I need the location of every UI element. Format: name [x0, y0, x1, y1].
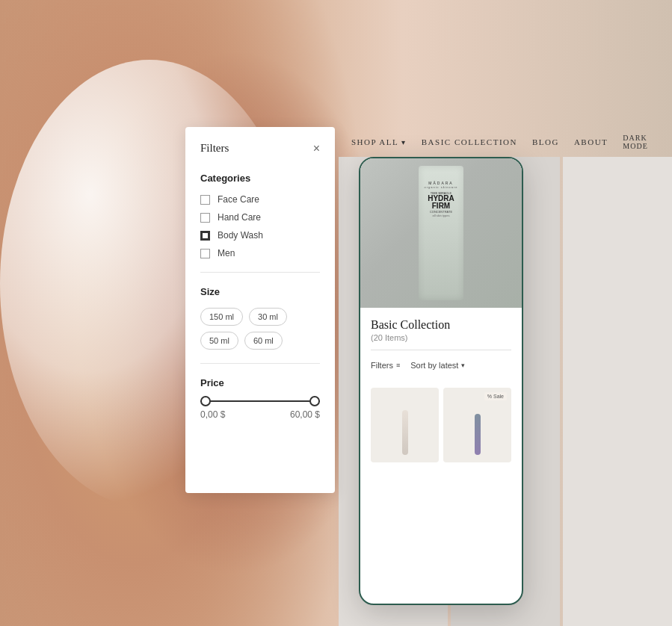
- body-wash-checkbox[interactable]: [200, 231, 210, 241]
- navbar: SHOP ALL BASIC COLLECTION BLOG ABOUT DAR…: [336, 127, 672, 157]
- filter-header: Filters ×: [200, 142, 320, 155]
- collection-count: (20 Items): [371, 333, 511, 342]
- filter-close-button[interactable]: ×: [313, 143, 320, 155]
- product-thumb-tube-1: [402, 410, 408, 455]
- phone-hero: MĀDARA organic skincare TIME MIRACLE HYD…: [360, 158, 522, 308]
- body-wash-label: Body Wash: [218, 230, 263, 241]
- subtitle-text: organic skincare: [420, 185, 462, 189]
- category-hand-care[interactable]: Hand Care: [200, 212, 320, 223]
- price-slider-thumb-right[interactable]: [309, 396, 320, 406]
- chevron-down-icon: ▾: [461, 362, 465, 369]
- category-men[interactable]: Men: [200, 248, 320, 258]
- filter-categories-section: Categories Face Care Hand Care Body Wash…: [200, 173, 320, 258]
- price-max-label: 60,00 $: [290, 409, 320, 420]
- hand-care-label: Hand Care: [218, 212, 261, 223]
- hand-care-checkbox[interactable]: [200, 213, 210, 223]
- nav-blog[interactable]: BLOG: [532, 137, 559, 146]
- category-face-care[interactable]: Face Care: [200, 194, 320, 205]
- phone-divider-1: [371, 350, 511, 350]
- filter-icon: ≡: [396, 362, 400, 369]
- phone-products-grid: [360, 382, 522, 468]
- nav-about[interactable]: ABOUT: [574, 137, 608, 146]
- nav-shop-all[interactable]: SHOP ALL: [351, 137, 407, 146]
- dark-mode-button[interactable]: DARK MODE: [623, 134, 657, 150]
- category-body-wash[interactable]: Body Wash: [200, 230, 320, 241]
- divider-2: [200, 363, 320, 364]
- phone-product-2[interactable]: [443, 388, 511, 462]
- filter-size-section: Size 150 ml 30 ml 50 ml 60 ml: [200, 286, 320, 350]
- price-labels: 0,00 $ 60,00 $: [200, 409, 320, 420]
- phone-filter-button[interactable]: Filters ≡: [371, 361, 400, 370]
- face-care-checkbox[interactable]: [200, 195, 210, 205]
- price-slider-track: [200, 400, 320, 402]
- collection-info: Basic Collection (20 Items) Filters ≡ So…: [360, 308, 522, 382]
- size-150ml[interactable]: 150 ml: [200, 308, 243, 326]
- price-slider-container: 0,00 $ 60,00 $: [200, 400, 320, 420]
- phone-product-1[interactable]: [371, 388, 439, 462]
- product-line3: FIRM: [420, 202, 462, 210]
- filter-panel-title: Filters: [200, 142, 229, 155]
- size-title: Size: [200, 286, 320, 297]
- price-min-label: 0,00 $: [200, 409, 225, 420]
- filter-price-section: Price 0,00 $ 60,00 $: [200, 377, 320, 420]
- size-60ml[interactable]: 60 ml: [244, 332, 283, 350]
- collection-title: Basic Collection: [371, 318, 511, 332]
- bg-card-3: [563, 157, 672, 626]
- price-slider-thumb-left[interactable]: [200, 396, 211, 406]
- filter-label: Filters: [371, 361, 393, 370]
- price-title: Price: [200, 377, 320, 388]
- filter-panel: Filters × Categories Face Care Hand Care…: [185, 127, 335, 493]
- bottle-label: MĀDARA organic skincare TIME MIRACLE HYD…: [420, 181, 462, 217]
- nav-basic-collection[interactable]: BASIC COLLECTION: [422, 137, 517, 146]
- face-care-label: Face Care: [218, 194, 259, 205]
- filter-row: Filters ≡ Sort by latest ▾: [371, 356, 511, 374]
- size-30ml[interactable]: 30 ml: [249, 308, 287, 326]
- price-slider-fill: [200, 400, 320, 402]
- divider-1: [200, 272, 320, 273]
- categories-title: Categories: [200, 173, 320, 184]
- sort-label: Sort by latest: [410, 361, 458, 370]
- men-checkbox[interactable]: [200, 249, 210, 258]
- phone-sort-button[interactable]: Sort by latest ▾: [410, 361, 465, 370]
- size-50ml[interactable]: 50 ml: [200, 332, 238, 350]
- product-thumb-tube-2: [475, 414, 481, 455]
- men-label: Men: [218, 248, 235, 258]
- phone-mockup: MĀDARA organic skincare TIME MIRACLE HYD…: [359, 157, 523, 605]
- size-options: 150 ml 30 ml 50 ml 60 ml: [200, 308, 320, 350]
- product-line5: all skin types: [420, 214, 462, 217]
- product-bottle: MĀDARA organic skincare TIME MIRACLE HYD…: [419, 166, 463, 300]
